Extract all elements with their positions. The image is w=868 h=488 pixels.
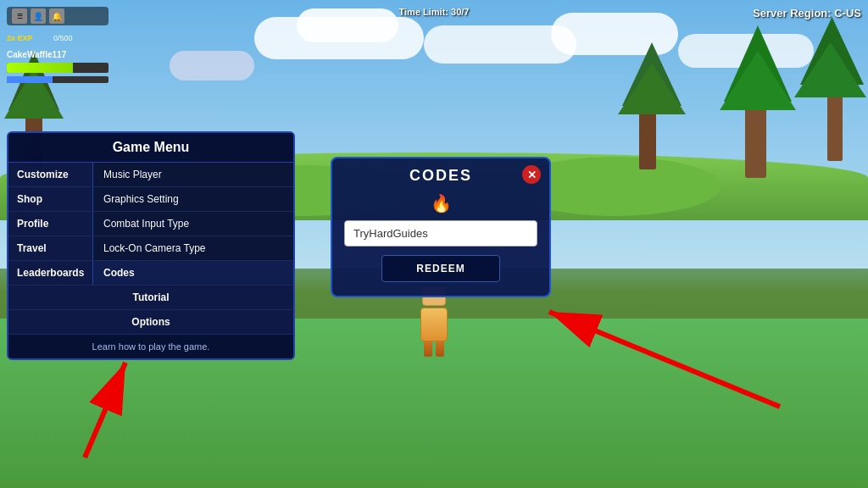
menu-key-leaderboards[interactable]: Leaderboards xyxy=(8,261,93,285)
menu-key-profile[interactable]: Profile xyxy=(8,212,93,236)
menu-row-shop[interactable]: Shop Graphics Setting xyxy=(8,187,293,212)
time-limit: Time Limit: 30/7 xyxy=(399,7,470,17)
menu-key-tutorial[interactable]: Tutorial xyxy=(8,286,293,309)
codes-icon: 🔥 xyxy=(332,193,549,214)
game-menu-panel: Game Menu Customize Music Player Shop Gr… xyxy=(7,131,295,360)
menu-row-customize[interactable]: Customize Music Player xyxy=(8,163,293,187)
menu-icon[interactable]: ☰ xyxy=(12,8,27,24)
menu-row-profile[interactable]: Profile Combat Input Type xyxy=(8,212,293,236)
person-icon[interactable]: 👤 xyxy=(31,8,46,24)
menu-value-music-player[interactable]: Music Player xyxy=(93,163,293,186)
menu-row-leaderboards[interactable]: Leaderboards Codes xyxy=(8,261,293,286)
menu-value-graphics[interactable]: Graphics Setting xyxy=(93,187,293,211)
health-bar xyxy=(7,63,108,73)
hp-display: 0/500 xyxy=(53,34,73,42)
codes-title: CODES xyxy=(409,167,472,185)
redeem-button[interactable]: REDEEM xyxy=(381,255,499,282)
codes-header: CODES ✕ xyxy=(332,158,549,190)
codes-input-container xyxy=(344,220,537,247)
game-menu-title: Game Menu xyxy=(8,133,293,163)
menu-key-customize[interactable]: Customize xyxy=(8,163,93,186)
menu-key-travel[interactable]: Travel xyxy=(8,236,93,260)
menu-value-codes[interactable]: Codes xyxy=(93,261,293,285)
codes-close-button[interactable]: ✕ xyxy=(522,165,541,184)
codes-input[interactable] xyxy=(344,220,537,247)
notification-icon[interactable]: 🔔 xyxy=(49,8,64,24)
menu-value-combat[interactable]: Combat Input Type xyxy=(93,212,293,236)
menu-key-shop[interactable]: Shop xyxy=(8,187,93,211)
player-name: CakeWaffle117 xyxy=(7,50,66,59)
exp-label: 2x EXP xyxy=(7,34,33,42)
hud-top-left: ☰ 👤 🔔 2x EXP 0/500 CakeWaffle117 xyxy=(7,7,108,83)
hud-icons-bar: ☰ 👤 🔔 xyxy=(7,7,108,25)
menu-row-tutorial[interactable]: Tutorial xyxy=(8,286,293,310)
server-region: Server Region: C-US xyxy=(753,7,861,19)
codes-dialog: CODES ✕ 🔥 REDEEM xyxy=(331,157,551,297)
menu-key-options[interactable]: Options xyxy=(8,310,293,334)
menu-row-options[interactable]: Options xyxy=(8,310,293,335)
menu-value-lockon[interactable]: Lock-On Camera Type xyxy=(93,236,293,260)
energy-bar xyxy=(7,76,108,83)
menu-footer: Learn how to play the game. xyxy=(8,335,293,358)
menu-row-travel[interactable]: Travel Lock-On Camera Type xyxy=(8,236,293,261)
